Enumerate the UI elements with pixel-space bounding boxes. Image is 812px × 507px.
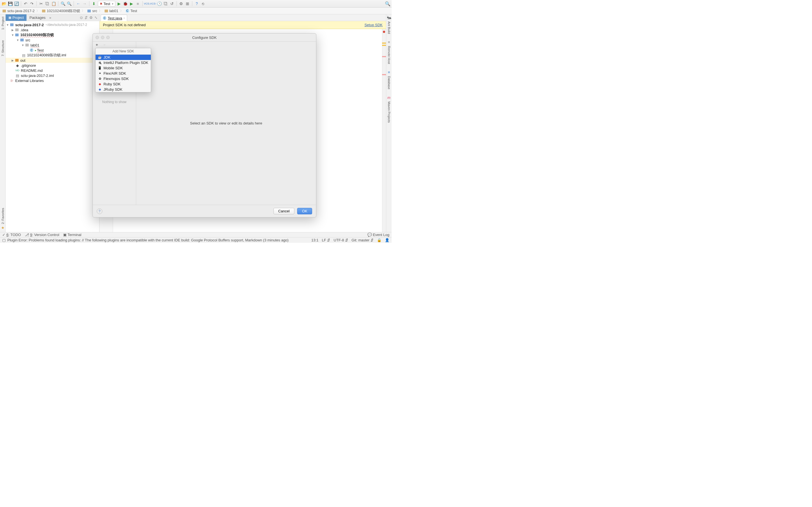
line-separator[interactable]: LF ⇵ <box>322 238 331 242</box>
vcs-commit-icon[interactable]: VCS↑ <box>151 1 156 6</box>
open-icon[interactable]: 📂 <box>2 1 6 6</box>
breadcrumb-item[interactable]: C Test <box>124 8 139 14</box>
run-icon[interactable]: ▶ <box>117 1 121 6</box>
cut-icon[interactable]: ✂ <box>39 1 43 6</box>
editor-tab-test[interactable]: C Test.java × <box>101 15 127 21</box>
file-encoding[interactable]: UTF-8 ⇵ <box>334 238 348 242</box>
tool-terminal[interactable]: ▣ Terminal <box>63 233 82 237</box>
popup-item-intellij-plugin-sdk[interactable]: 🔌 IntelliJ Platform Plugin SDK <box>96 60 151 65</box>
rail-maven[interactable]: m Maven Projects <box>388 96 391 124</box>
sync-icon[interactable]: 🔄 <box>14 1 18 6</box>
help-icon[interactable]: ? <box>195 1 199 6</box>
zoom-in-icon[interactable]: 🔍 <box>61 1 65 6</box>
tree-node-external-libs[interactable]: ⊪ External Libraries <box>6 78 99 83</box>
git-branch[interactable]: Git: master ⇵ <box>352 238 373 242</box>
zoom-replace-icon[interactable]: 🔍 <box>67 1 71 6</box>
tool-version-control[interactable]: ⎇ 9: Version Control <box>25 233 59 237</box>
diff-icon[interactable]: ⿻ <box>163 1 168 6</box>
hide-icon[interactable]: ⤡ <box>94 15 98 20</box>
rail-ant-build[interactable]: 🐜 Ant Build <box>387 15 391 35</box>
breadcrumb-item[interactable]: lab01 〉 <box>103 8 124 14</box>
ok-button[interactable]: OK <box>297 208 312 214</box>
undo-icon[interactable]: ↶ <box>23 1 28 6</box>
status-icon[interactable]: ▢ <box>2 238 6 242</box>
chevron-right-icon[interactable]: ▸ <box>49 15 53 20</box>
stop-icon[interactable]: ■ <box>136 1 140 6</box>
tree-node-rootiml[interactable]: ▤ sctu-java-2017-2.iml <box>6 73 99 78</box>
history-icon[interactable]: 🕓 <box>157 1 162 6</box>
window-controls[interactable] <box>96 36 110 39</box>
settings-icon[interactable]: ⚙ <box>179 1 184 6</box>
zoom-dot[interactable] <box>106 36 110 39</box>
build-icon[interactable]: ⬇ <box>92 1 96 6</box>
tree-node-student[interactable]: ▼ 10210240089陈功锁 <box>6 33 99 38</box>
setup-sdk-link[interactable]: Setup SDK <box>364 23 383 27</box>
rail-project[interactable]: 1: Project <box>1 15 4 31</box>
tree-node-iml[interactable]: ▤ 10210240089陈功锁.iml <box>6 53 99 58</box>
help-button[interactable]: ? <box>97 209 102 214</box>
popup-item-flex-air-sdk[interactable]: ✦ Flex/AIR SDK <box>96 71 151 76</box>
breadcrumb-item[interactable]: sctu-java-2017-2 〉 <box>1 8 41 14</box>
back-icon[interactable]: ← <box>76 1 81 6</box>
rail-structure[interactable]: 7: Structure <box>1 39 4 57</box>
tab-project[interactable]: ▦ Project <box>6 14 27 21</box>
popup-item-ruby-sdk[interactable]: ◆ Ruby SDK <box>96 81 151 87</box>
add-sdk-button[interactable]: ＋ <box>95 42 99 47</box>
dialog-titlebar[interactable]: Configure SDK <box>93 34 316 41</box>
paste-icon[interactable]: 📋 <box>51 1 56 6</box>
expand-icon[interactable]: ⇵ <box>85 15 88 20</box>
close-dot[interactable] <box>96 36 99 39</box>
popup-item-jdk[interactable]: ☕ JDK <box>96 55 151 60</box>
breadcrumb-item[interactable]: 10210240089陈功锁 〉 <box>41 8 86 14</box>
vcs-update-icon[interactable]: VCS↓ <box>145 1 149 6</box>
cancel-button[interactable]: Cancel <box>273 208 294 214</box>
gear-icon[interactable]: ⚙ <box>89 15 93 20</box>
event-log-button[interactable]: 💬 Event Log <box>367 233 389 237</box>
tree-node-lab01[interactable]: ▼ lab01 <box>6 43 99 48</box>
chevron-right-icon: 〉 <box>120 9 123 13</box>
warning-mark[interactable] <box>382 43 386 44</box>
caret-position[interactable]: 13:1 <box>311 238 318 242</box>
minimize-dot[interactable] <box>101 36 104 39</box>
project-tool-window: ▦ Project Packages ▸ ⊙ ⇵ ⚙ ⤡ ▼ sctu-java… <box>6 14 100 232</box>
redo-icon[interactable]: ↷ <box>30 1 34 6</box>
tool-todo[interactable]: ✓ 66: TODO: TODO <box>2 233 21 237</box>
error-mark[interactable] <box>382 74 386 75</box>
forward-icon[interactable]: → <box>82 1 87 6</box>
tree-node-gitignore[interactable]: ◆ .gitignore <box>6 63 99 68</box>
tree-node-idea[interactable]: ▶ .idea <box>6 27 99 33</box>
revert-icon[interactable]: ↺ <box>170 1 174 6</box>
error-mark[interactable] <box>382 56 386 57</box>
project-tree[interactable]: ▼ sctu-java-2017-2 ~/dev/sctu/sctu-java-… <box>6 21 99 232</box>
popup-item-jruby-sdk[interactable]: ◆ JRuby SDK <box>96 87 151 92</box>
coverage-icon[interactable]: ▶ <box>130 1 134 6</box>
hector-icon[interactable]: 👤 <box>385 238 389 242</box>
rail-remote-host[interactable]: ≡ Remote Host <box>388 40 391 65</box>
run-config-selector[interactable]: ✖ Test ▾ <box>98 1 115 6</box>
tree-root[interactable]: ▼ sctu-java-2017-2 ~/dev/sctu/sctu-java-… <box>6 22 99 27</box>
search-everywhere-icon[interactable]: 🔍 <box>386 1 390 6</box>
collapse-icon[interactable]: ⊙ <box>80 15 83 20</box>
warning-mark[interactable] <box>382 45 386 46</box>
structure-icon[interactable]: ⊞ <box>185 1 190 6</box>
lock-icon[interactable]: 🔒 <box>377 238 382 242</box>
tree-node-test[interactable]: C ▸ Test <box>6 48 99 53</box>
remove-sdk-button[interactable]: － <box>103 42 106 47</box>
popup-item-mobile-sdk[interactable]: 📱 Mobile SDK <box>96 65 151 71</box>
tree-node-readme[interactable]: MD README.md <box>6 68 99 73</box>
close-tab-icon[interactable]: × <box>123 16 125 20</box>
popup-item-flexmojos-sdk[interactable]: ✿ Flexmojos SDK <box>96 76 151 81</box>
exit-icon[interactable]: ⎋ <box>201 1 205 6</box>
error-stripe[interactable] <box>382 29 386 232</box>
copy-icon[interactable]: ⿻ <box>45 1 50 6</box>
jruby-icon: ◆ <box>98 88 102 92</box>
debug-icon[interactable]: 🐞 <box>123 1 128 6</box>
tree-node-out[interactable]: ▶ out <box>6 58 99 63</box>
rail-favorites[interactable]: 2: Favorites ★ <box>1 207 4 230</box>
rail-database[interactable]: ≡ Database <box>388 70 391 91</box>
tree-node-src[interactable]: ▼ src <box>6 38 99 43</box>
flex-icon: ✦ <box>98 71 102 75</box>
tab-packages[interactable]: Packages <box>27 14 48 21</box>
save-icon[interactable]: 💾 <box>8 1 12 6</box>
breadcrumb-item[interactable]: src 〉 <box>86 8 103 14</box>
